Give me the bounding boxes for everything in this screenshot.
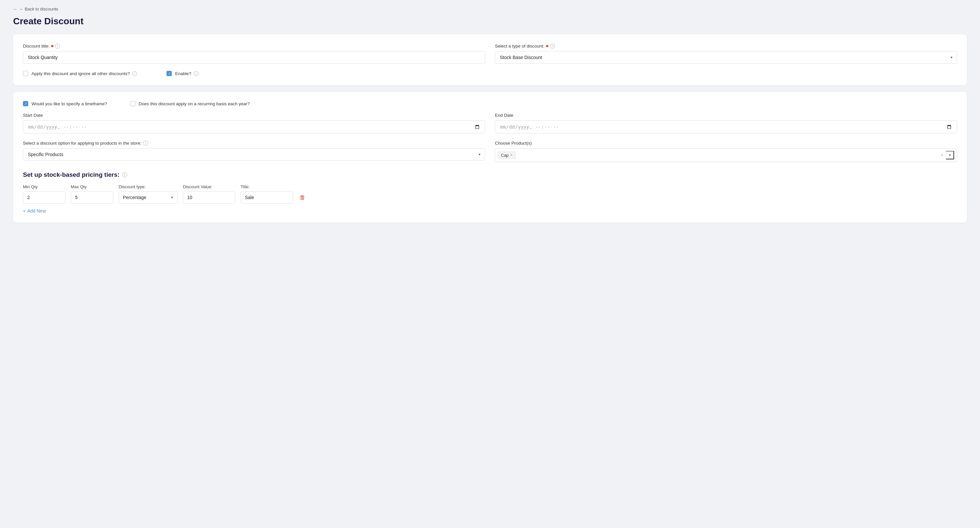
pricing-tiers-title: Set up stock-based pricing tiers: i (23, 171, 957, 179)
tier-discount-type-group: Discount type: Percentage Fixed ▾ (119, 184, 178, 204)
max-qty-label: Max Qty (71, 184, 113, 189)
start-date-group: Start Date (23, 113, 485, 134)
tier-title-group: Title: (240, 184, 293, 204)
choose-products-label: Choose Product(s) (495, 141, 957, 146)
tier-discount-type-label: Discount type: (119, 184, 178, 189)
back-arrow-icon: ← (13, 6, 18, 11)
discount-type-select-wrapper: Stock Base Discount Percentage Discount … (495, 51, 957, 64)
tag-clear-button[interactable]: × (938, 151, 946, 159)
specify-timeframe-label: Would you like to specify a timeframe? (32, 101, 107, 106)
enable-checkbox[interactable] (167, 71, 172, 76)
apply-ignore-label: Apply this discount and ignore all other… (32, 71, 137, 76)
end-date-label: End Date (495, 113, 957, 118)
add-new-tier-button[interactable]: + Add New (23, 208, 46, 214)
enable-info-icon[interactable]: i (194, 71, 199, 76)
discount-title-group: Discount title: i (23, 44, 485, 64)
specify-timeframe-checkbox[interactable] (23, 101, 28, 106)
end-date-input[interactable] (495, 120, 957, 134)
choose-products-group: Choose Product(s) Cap × × ▾ (495, 141, 957, 162)
basic-settings-card: Discount title: i Select a type of disco… (13, 34, 967, 85)
timeframe-card: Would you like to specify a timeframe? D… (13, 92, 967, 223)
apply-ignore-info-icon[interactable]: i (132, 71, 137, 76)
apply-ignore-row: Apply this discount and ignore all other… (23, 71, 137, 76)
required-dot-2 (546, 45, 548, 47)
discount-option-info-icon[interactable]: i (143, 141, 148, 146)
product-tag-cap: Cap × (498, 152, 515, 159)
start-date-label: Start Date (23, 113, 485, 118)
tag-remove-btn[interactable]: × (510, 153, 512, 157)
apply-ignore-checkbox[interactable] (23, 71, 28, 76)
tier-min-qty-input[interactable] (23, 191, 65, 204)
back-link-label: ← Back to discounts (19, 6, 58, 11)
tier-discount-value-label: Discount Value: (183, 184, 235, 189)
discount-type-label: Select a type of discount: i (495, 44, 957, 49)
tier-delete-button[interactable]: 🗑 (298, 191, 307, 204)
recurring-checkbox[interactable] (130, 101, 135, 106)
discount-option-group: Select a discount option for applying to… (23, 141, 485, 162)
discount-option-label: Select a discount option for applying to… (23, 141, 485, 146)
enable-label: Enable? i (175, 71, 199, 76)
recurring-label: Does this discount apply on a recurring … (138, 101, 250, 106)
enable-row: Enable? i (167, 71, 199, 76)
discount-title-label: Discount title: i (23, 44, 485, 49)
trash-icon: 🗑 (299, 194, 305, 201)
page-title: Create Discount (13, 16, 967, 27)
discount-title-info-icon[interactable]: i (55, 44, 60, 49)
tier-discount-type-select-wrapper: Percentage Fixed ▾ (119, 191, 178, 204)
specify-timeframe-row: Would you like to specify a timeframe? (23, 101, 107, 106)
tier-discount-type-select[interactable]: Percentage Fixed (119, 191, 178, 204)
discount-type-group: Select a type of discount: i Stock Base … (495, 44, 957, 64)
tier-discount-value-input[interactable] (183, 191, 235, 204)
end-date-group: End Date (495, 113, 957, 134)
tag-input-controls: × ▾ (938, 151, 954, 160)
tier-max-qty-input[interactable] (71, 191, 113, 204)
tier-title-input[interactable] (240, 191, 293, 204)
discount-option-select[interactable]: Specific Products All Products Product C… (23, 148, 485, 161)
recurring-row: Does this discount apply on a recurring … (130, 101, 250, 106)
tier-discount-value-group: Discount Value: (183, 184, 235, 204)
discount-type-info-icon[interactable]: i (550, 44, 555, 49)
discount-option-select-wrapper: Specific Products All Products Product C… (23, 148, 485, 161)
tag-label: Cap (501, 153, 509, 158)
pricing-tiers-section: Set up stock-based pricing tiers: i Min … (23, 171, 957, 214)
tier-title-label: Title: (240, 184, 293, 189)
discount-type-select[interactable]: Stock Base Discount Percentage Discount … (495, 51, 957, 64)
min-qty-label: Min Qty (23, 184, 65, 189)
tier-headers: Min Qty Max Qty Discount type: Percentag… (23, 184, 957, 204)
tier-max-qty-group: Max Qty (71, 184, 113, 204)
add-new-label: Add New (27, 208, 46, 214)
pricing-tiers-info-icon[interactable]: i (122, 172, 127, 177)
back-link[interactable]: ← ← Back to discounts (13, 6, 967, 11)
start-date-input[interactable] (23, 120, 485, 134)
choose-products-input[interactable]: Cap × × ▾ (495, 148, 957, 162)
required-dot (51, 45, 53, 47)
discount-title-input[interactable] (23, 51, 485, 64)
tag-dropdown-button[interactable]: ▾ (946, 151, 954, 160)
tier-min-qty-group: Min Qty (23, 184, 65, 204)
add-new-icon: + (23, 208, 25, 214)
